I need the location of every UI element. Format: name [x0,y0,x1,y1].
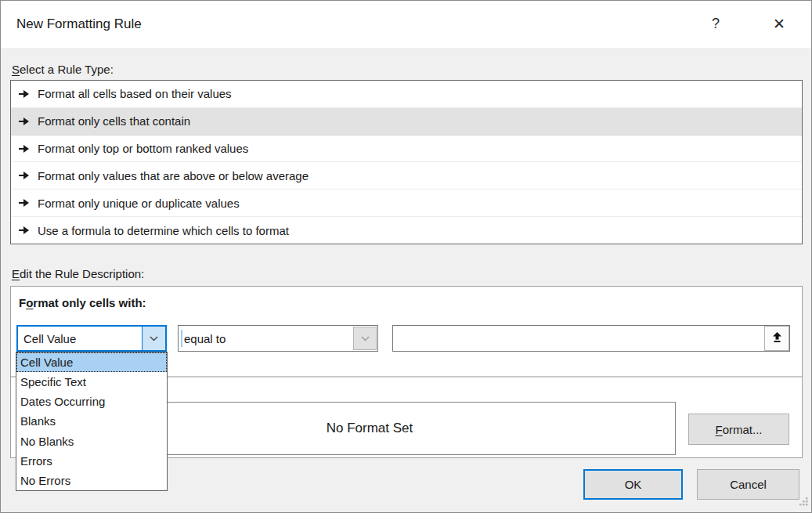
chevron-down-icon[interactable] [142,327,165,350]
dialog-title: New Formatting Rule [16,16,142,32]
condition-type-value: Cell Value [18,332,76,345]
rule-arrow-icon [19,90,31,98]
select-rule-type-label: Select a Rule Type: [12,63,114,76]
help-button[interactable]: ? [698,9,733,38]
dropdown-item[interactable]: No Blanks [16,432,167,451]
dropdown-item[interactable]: Blanks [16,411,167,431]
operator-combobox[interactable]: equal to [178,325,378,352]
rule-type-item[interactable]: Format only unique or duplicate values [11,190,802,217]
rule-type-item-selected[interactable]: Format only cells that contain [11,108,802,135]
dropdown-item[interactable]: Dates Occurring [16,392,167,411]
close-button[interactable]: ✕ [762,9,796,38]
rule-type-item-label: Format only top or bottom ranked values [38,142,248,155]
edit-rule-description-label: Edit the Rule Description: [12,267,144,280]
chevron-down-icon[interactable] [353,327,377,350]
condition-type-dropdown-list: Cell Value Specific Text Dates Occurring… [16,352,168,491]
cancel-button[interactable]: Cancel [697,469,799,500]
ok-button[interactable]: OK [583,469,683,500]
rule-arrow-icon [19,199,31,207]
dropdown-item[interactable]: Specific Text [16,372,167,392]
rule-type-item[interactable]: Format all cells based on their values [11,81,802,108]
rule-type-item[interactable]: Format only values that are above or bel… [11,162,802,190]
close-icon: ✕ [773,15,785,33]
title-bar: New Formatting Rule ? ✕ [1,1,811,48]
rule-type-item[interactable]: Use a formula to determine which cells t… [11,217,802,244]
rule-type-item-label: Format all cells based on their values [38,87,232,100]
dropdown-item[interactable]: Errors [16,451,167,471]
rule-type-item[interactable]: Format only top or bottom ranked values [11,135,802,163]
rule-type-item-label: Format only cells that contain [38,114,190,128]
help-icon: ? [712,16,720,32]
range-select-icon [771,331,783,345]
resize-grip[interactable] [799,496,809,510]
condition-type-combobox[interactable]: Cell Value [16,325,167,352]
text-cursor [181,330,182,347]
dropdown-item-selected[interactable]: Cell Value [16,352,167,372]
dropdown-item[interactable]: No Errors [16,471,167,490]
format-only-cells-with-label: Format only cells with: [19,296,146,309]
format-button[interactable]: Format... [688,414,789,445]
value-input[interactable] [392,325,790,352]
collapse-dialog-button[interactable] [764,326,789,351]
rule-type-listbox: Format all cells based on their values F… [10,80,803,244]
rule-type-item-label: Format only unique or duplicate values [38,197,240,210]
new-formatting-rule-dialog: New Formatting Rule ? ✕ Select a Rule Ty… [0,0,812,513]
rule-arrow-icon [19,145,31,153]
rule-type-item-label: Format only values that are above or bel… [38,169,309,182]
rule-type-item-label: Use a formula to determine which cells t… [38,224,289,237]
rule-arrow-icon [19,172,31,179]
operator-value: equal to [179,332,226,345]
rule-arrow-icon [19,226,31,234]
rule-arrow-icon [19,117,31,125]
preview-text: No Format Set [327,421,413,436]
